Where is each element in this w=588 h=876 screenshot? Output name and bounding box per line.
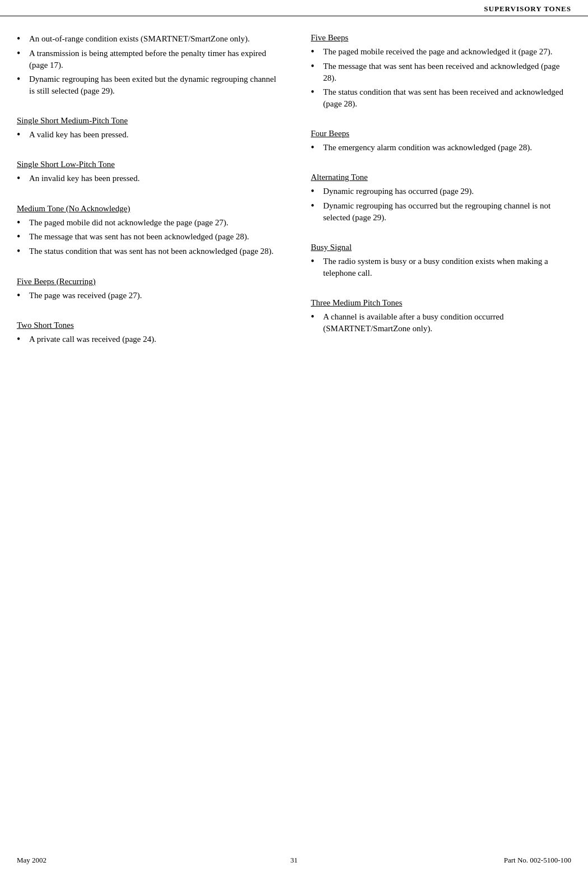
list-item: • The message that was sent has been rec…: [311, 61, 571, 84]
single-medium-list: • A valid key has been pressed.: [17, 129, 277, 141]
section-heading-single-medium: Single Short Medium-Pitch Tone: [17, 116, 277, 126]
alternating-list: • Dynamic regrouping has occurred (page …: [311, 186, 571, 224]
section-heading-alternating: Alternating Tone: [311, 173, 571, 182]
five-beeps-list: • The paged mobile received the page and…: [311, 46, 571, 110]
list-item: • The paged mobile did not acknowledge t…: [17, 217, 277, 229]
bullet-icon: •: [311, 186, 321, 198]
intro-item-2: A transmission is being attempted before…: [29, 48, 277, 71]
bullet-icon: •: [17, 73, 27, 86]
bullet-icon: •: [311, 61, 321, 73]
page-content: • An out-of-range condition exists (SMAR…: [0, 16, 588, 365]
busy-signal-item-1: The radio system is busy or a busy condi…: [323, 256, 571, 279]
bullet-icon: •: [17, 333, 27, 346]
bullet-icon: •: [17, 33, 27, 45]
list-item: • An invalid key has been pressed.: [17, 173, 277, 185]
five-recurring-list: • The page was received (page 27).: [17, 290, 277, 302]
alternating-item-2: Dynamic regrouping has occurred but the …: [323, 200, 571, 224]
list-item: • A valid key has been pressed.: [17, 129, 277, 141]
section-heading-single-low: Single Short Low-Pitch Tone: [17, 160, 277, 169]
list-item: • A private call was received (page 24).: [17, 333, 277, 346]
page-header: SUPERVISORY TONES: [0, 0, 588, 16]
header-title: SUPERVISORY TONES: [484, 4, 571, 13]
list-item: • The status condition that was sent has…: [17, 245, 277, 258]
right-column: Five Beeps • The paged mobile received t…: [305, 33, 571, 348]
list-item: • The paged mobile received the page and…: [311, 46, 571, 58]
list-item: • The page was received (page 27).: [17, 290, 277, 302]
medium-no-ack-item-1: The paged mobile did not acknowledge the…: [29, 217, 228, 229]
bullet-icon: •: [17, 173, 27, 185]
alternating-item-1: Dynamic regrouping has occurred (page 29…: [323, 186, 474, 197]
left-column: • An out-of-range condition exists (SMAR…: [17, 33, 288, 348]
medium-no-ack-list: • The paged mobile did not acknowledge t…: [17, 217, 277, 258]
intro-item-1: An out-of-range condition exists (SMARTN…: [29, 33, 250, 45]
list-item: • Dynamic regrouping has been exited but…: [17, 73, 277, 97]
bullet-icon: •: [311, 311, 321, 323]
four-beeps-list: • The emergency alarm condition was ackn…: [311, 142, 571, 154]
single-medium-item-1: A valid key has been pressed.: [29, 129, 128, 141]
bullet-icon: •: [311, 200, 321, 212]
section-heading-five-beeps: Five Beeps: [311, 33, 571, 43]
list-item: • The status condition that was sent has…: [311, 86, 571, 110]
intro-item-3: Dynamic regrouping has been exited but t…: [29, 73, 277, 97]
five-recurring-item-1: The page was received (page 27).: [29, 290, 142, 302]
bullet-icon: •: [311, 86, 321, 99]
bullet-icon: •: [17, 129, 27, 141]
single-low-list: • An invalid key has been pressed.: [17, 173, 277, 185]
medium-no-ack-item-2: The message that was sent has not been a…: [29, 231, 249, 243]
list-item: • A channel is available after a busy co…: [311, 311, 571, 335]
three-medium-list: • A channel is available after a busy co…: [311, 311, 571, 335]
section-heading-two-short: Two Short Tones: [17, 321, 277, 330]
bullet-icon: •: [311, 46, 321, 58]
page-footer: May 2002 31 Part No. 002-5100-100: [17, 856, 571, 865]
bullet-icon: •: [17, 48, 27, 60]
section-heading-five-recurring: Five Beeps (Recurring): [17, 277, 277, 286]
five-beeps-item-2: The message that was sent has been recei…: [323, 61, 571, 84]
list-item: • A transmission is being attempted befo…: [17, 48, 277, 71]
busy-signal-list: • The radio system is busy or a busy con…: [311, 256, 571, 279]
bullet-icon: •: [311, 142, 321, 154]
bullet-icon: •: [311, 256, 321, 268]
list-item: • The message that was sent has not been…: [17, 231, 277, 243]
bullet-icon: •: [17, 217, 27, 229]
five-beeps-item-3: The status condition that was sent has b…: [323, 86, 571, 110]
section-heading-four-beeps: Four Beeps: [311, 129, 571, 138]
list-item: • An out-of-range condition exists (SMAR…: [17, 33, 277, 45]
footer-page-number: 31: [291, 856, 298, 865]
list-item: • The radio system is busy or a busy con…: [311, 256, 571, 279]
list-item: • Dynamic regrouping has occurred but th…: [311, 200, 571, 224]
two-short-item-1: A private call was received (page 24).: [29, 333, 156, 345]
medium-no-ack-item-3: The status condition that was sent has n…: [29, 245, 274, 257]
five-beeps-item-1: The paged mobile received the page and a…: [323, 46, 552, 58]
section-heading-medium-no-ack: Medium Tone (No Acknowledge): [17, 204, 277, 214]
bullet-icon: •: [17, 290, 27, 302]
single-low-item-1: An invalid key has been pressed.: [29, 173, 139, 184]
four-beeps-item-1: The emergency alarm condition was acknow…: [323, 142, 532, 154]
footer-date: May 2002: [17, 856, 46, 865]
list-item: • The emergency alarm condition was ackn…: [311, 142, 571, 154]
bullet-icon: •: [17, 231, 27, 243]
list-item: • Dynamic regrouping has occurred (page …: [311, 186, 571, 198]
three-medium-item-1: A channel is available after a busy cond…: [323, 311, 571, 335]
bullet-icon: •: [17, 245, 27, 258]
intro-bullet-list: • An out-of-range condition exists (SMAR…: [17, 33, 277, 97]
footer-part-number: Part No. 002-5100-100: [504, 856, 571, 865]
section-heading-busy-signal: Busy Signal: [311, 243, 571, 252]
section-heading-three-medium: Three Medium Pitch Tones: [311, 298, 571, 308]
two-short-list: • A private call was received (page 24).: [17, 333, 277, 346]
